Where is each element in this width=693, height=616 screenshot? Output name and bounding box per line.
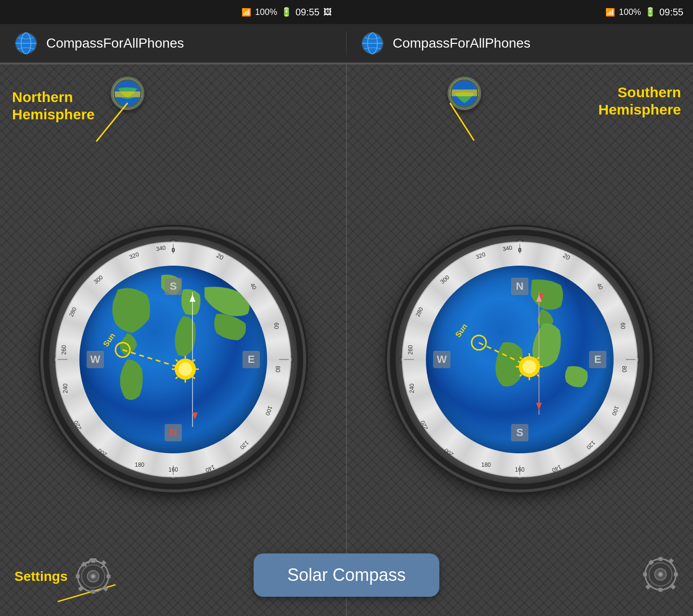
globe-icon-right bbox=[361, 32, 384, 55]
photo-icon-left: 🖼 bbox=[323, 7, 332, 17]
compass-earth-left: S N E W bbox=[79, 266, 267, 453]
svg-text:320: 320 bbox=[475, 251, 487, 260]
svg-line-42 bbox=[193, 377, 195, 379]
globe-button-left[interactable] bbox=[111, 77, 144, 110]
svg-rect-7 bbox=[113, 91, 142, 97]
svg-text:80: 80 bbox=[274, 366, 281, 372]
svg-rect-63 bbox=[450, 90, 479, 96]
svg-rect-110 bbox=[643, 573, 647, 577]
status-bar: 📶 100% 🔋 09:55 🖼 📶 100% 🔋 09:55 bbox=[0, 0, 693, 24]
app-title-left: CompassForAllPhones bbox=[46, 36, 184, 51]
svg-line-99 bbox=[520, 374, 522, 376]
svg-text:240: 240 bbox=[62, 384, 69, 393]
svg-text:180: 180 bbox=[481, 462, 491, 468]
signal-icon-right: 📶 bbox=[605, 8, 615, 17]
svg-text:80: 80 bbox=[621, 366, 628, 372]
svg-text:Sun: Sun bbox=[102, 332, 116, 348]
globe-icon-left bbox=[14, 32, 38, 55]
svg-text:240: 240 bbox=[409, 384, 415, 393]
signal-icon-left: 📶 bbox=[242, 8, 251, 17]
svg-rect-51 bbox=[91, 590, 95, 594]
sun-overlay-right: Sun bbox=[426, 266, 614, 453]
battery-icon-right: 🔋 bbox=[645, 7, 655, 17]
status-bar-right: 📶 100% 🔋 09:55 bbox=[346, 7, 683, 18]
svg-text:260: 260 bbox=[407, 345, 414, 355]
solar-compass-label: Solar Compass bbox=[287, 565, 406, 585]
battery-pct-right: 100% bbox=[619, 7, 641, 17]
svg-rect-53 bbox=[76, 575, 80, 578]
svg-marker-101 bbox=[536, 403, 542, 410]
svg-line-43 bbox=[176, 377, 178, 379]
compass-left: 0 20 40 60 80 100 120 140 160 180 200 22… bbox=[43, 230, 303, 489]
settings-gear-left[interactable] bbox=[75, 558, 111, 594]
battery-pct-left: 100% bbox=[255, 7, 277, 17]
svg-line-41 bbox=[193, 359, 195, 361]
solar-compass-button[interactable]: Solar Compass bbox=[254, 553, 439, 597]
svg-rect-50 bbox=[91, 559, 95, 563]
settings-label: Settings bbox=[14, 569, 67, 584]
app-bar-right: CompassForAllPhones bbox=[346, 32, 693, 55]
sun-overlay-left: Sun bbox=[79, 266, 267, 453]
settings-area-left[interactable]: Settings bbox=[14, 558, 111, 594]
svg-text:280: 280 bbox=[414, 306, 424, 318]
svg-text:260: 260 bbox=[61, 345, 67, 355]
time-right: 09:55 bbox=[659, 7, 683, 18]
svg-text:20: 20 bbox=[215, 252, 225, 261]
globe-button-right[interactable] bbox=[448, 77, 481, 110]
panel-right: Southern Hemisphere 0 20 40 60 bbox=[346, 64, 693, 616]
svg-point-60 bbox=[92, 576, 94, 578]
svg-text:340: 340 bbox=[155, 244, 166, 252]
svg-text:20: 20 bbox=[562, 252, 571, 261]
compass-ring-left: 0 20 40 60 80 100 120 140 160 180 200 22… bbox=[55, 242, 291, 477]
compass-bezel-right: 0 20 40 60 80 100 120 140 160 180 200 22… bbox=[390, 230, 650, 489]
svg-text:60: 60 bbox=[273, 322, 280, 329]
svg-text:320: 320 bbox=[128, 251, 140, 260]
svg-point-36 bbox=[179, 362, 192, 376]
app-bar: CompassForAllPhones CompassForAllPhones bbox=[0, 24, 693, 63]
hemisphere-label-right: Southern Hemisphere bbox=[598, 84, 681, 118]
time-left: 09:55 bbox=[295, 7, 320, 18]
svg-text:60: 60 bbox=[619, 322, 626, 329]
globe-btn-icon-left bbox=[113, 79, 142, 108]
battery-icon-left: 🔋 bbox=[281, 7, 292, 17]
settings-gear-right[interactable] bbox=[642, 556, 679, 594]
app-title-right: CompassForAllPhones bbox=[393, 36, 530, 51]
svg-point-117 bbox=[660, 574, 662, 576]
svg-line-100 bbox=[520, 357, 522, 359]
compass-earth-right: N S E W bbox=[426, 266, 614, 453]
svg-text:140: 140 bbox=[204, 463, 216, 474]
gear-icon-right[interactable] bbox=[642, 556, 679, 592]
panel-left: Northern Hemisphere 0 20 bbox=[0, 64, 346, 616]
compass-ring-right: 0 20 40 60 80 100 120 140 160 180 200 22… bbox=[402, 242, 638, 477]
svg-rect-111 bbox=[668, 558, 674, 564]
globe-btn-icon-right bbox=[450, 79, 479, 108]
svg-rect-52 bbox=[107, 575, 111, 578]
svg-text:340: 340 bbox=[502, 244, 513, 252]
hemisphere-label-left: Northern Hemisphere bbox=[12, 89, 95, 123]
compass-bezel-left: 0 20 40 60 80 100 120 140 160 180 200 22… bbox=[43, 230, 303, 489]
svg-rect-109 bbox=[674, 573, 678, 577]
svg-text:280: 280 bbox=[68, 306, 78, 318]
svg-text:140: 140 bbox=[551, 463, 562, 474]
app-bar-left: CompassForAllPhones bbox=[0, 32, 346, 55]
compass-right: 0 20 40 60 80 100 120 140 160 180 200 22… bbox=[390, 230, 650, 489]
svg-text:180: 180 bbox=[135, 462, 144, 468]
svg-rect-54 bbox=[101, 560, 106, 565]
svg-rect-108 bbox=[659, 588, 663, 592]
svg-rect-107 bbox=[659, 557, 663, 561]
svg-text:Sun: Sun bbox=[454, 322, 469, 339]
svg-marker-46 bbox=[190, 295, 195, 302]
main-content: Northern Hemisphere 0 20 bbox=[0, 64, 693, 616]
svg-line-44 bbox=[176, 359, 178, 361]
svg-point-92 bbox=[523, 360, 536, 373]
status-bar-left: 📶 100% 🔋 09:55 🖼 bbox=[10, 7, 346, 18]
